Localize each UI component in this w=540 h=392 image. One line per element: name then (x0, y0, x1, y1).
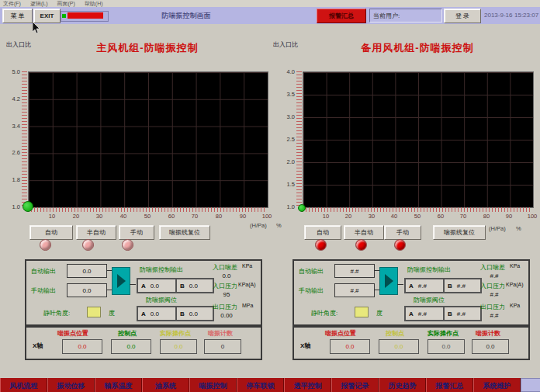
left-outlet-pressure-unit: MPa (242, 303, 253, 308)
left-operating-point-marker (22, 201, 33, 212)
nav-shaft-temperature[interactable]: 轴系温度 (95, 378, 142, 392)
left-trend-plot (28, 71, 268, 208)
right-y-tick: 1.5 (281, 181, 295, 188)
nav-stop-interlock[interactable]: 停车联锁 (237, 378, 284, 392)
right-x-tick: 20 (341, 213, 356, 220)
login-button[interactable]: 登 录 (444, 9, 481, 23)
connector-line (397, 284, 403, 285)
right-manual-output-label: 手动输出 (299, 286, 324, 295)
right-y-tick: 2.0 (281, 158, 295, 165)
left-semi-auto-button[interactable]: 半自动 (76, 225, 116, 240)
value-a: #.# (418, 283, 427, 290)
left-inlet-pressure-label: 入口压力 (213, 282, 237, 290)
left-control-point-header: 控制点 (118, 329, 137, 338)
right-x-tick: 100 (524, 213, 540, 220)
left-chart-title: 主风机组-防喘振控制 (47, 41, 248, 55)
left-antisurge-output-label: 防喘振控制输出 (140, 265, 183, 274)
menu-button[interactable]: 菜 单 (2, 9, 33, 23)
left-y-tick: 1.8 (6, 176, 20, 183)
alarm-summary-button[interactable]: 报警汇总 (317, 9, 366, 23)
left-x-tick: 40 (116, 213, 131, 220)
nav-history-trend[interactable]: 历史趋势 (379, 378, 426, 392)
right-semi-auto-indicator (355, 239, 367, 251)
nav-vibration-displacement[interactable]: 振动位移 (47, 378, 95, 392)
left-y-tick-ruler (22, 71, 27, 206)
left-manual-button[interactable]: 手动 (119, 225, 154, 240)
right-x-tick: 80 (479, 213, 494, 220)
connector-line (130, 284, 136, 285)
left-blade-angle-unit: 度 (109, 309, 115, 317)
left-surge-line-reset-button[interactable]: 喘振线复位 (159, 225, 210, 240)
left-y-tick: 4.2 (6, 95, 20, 102)
left-y-tick: 1.0 (6, 203, 20, 210)
right-inlet-diff-unit: KPa (510, 263, 520, 269)
nav-surge-control[interactable]: 喘振控制 (189, 378, 237, 392)
right-y-tick: 3.0 (281, 113, 295, 120)
value-a: #.# (418, 310, 427, 317)
nav-turbine-control[interactable]: 透平控制 (284, 378, 331, 392)
label-a: A (409, 310, 414, 317)
left-valve-a: A 0.0 (137, 306, 177, 321)
left-x-tick: 70 (187, 213, 202, 220)
right-x-unit: (H/Pa) (489, 225, 506, 232)
right-manual-button[interactable]: 手动 (384, 225, 421, 240)
right-outlet-pressure-label: 出口压力 (480, 303, 505, 311)
right-x-tick: 60 (433, 213, 448, 220)
right-manual-indicator (394, 239, 406, 251)
value-b: 0.0 (189, 310, 198, 317)
menu-bar: 文件(F) 逻辑(L) 画面(P) 帮助(H) (0, 0, 540, 7)
title-bar: 菜 单 EXIT 防喘振控制画面 报警汇总 当前用户: 登 录 2013-9-1… (0, 7, 540, 25)
bottom-nav-bar: 风机流程 振动位移 轴系温度 油系统 喘振控制 停车联锁 透平控制 报警记录 历… (0, 378, 540, 392)
alarm-banner-slot (61, 11, 109, 22)
selector-switch-icon (379, 267, 398, 295)
right-x-tick: 40 (386, 213, 402, 220)
left-operating-point-header: 实际操作点 (160, 329, 191, 338)
left-x-tick: 90 (235, 213, 251, 220)
right-inlet-pressure-unit: KPa(A) (506, 282, 524, 287)
right-inlet-pressure-label: 入口压力 (480, 282, 505, 290)
right-inlet-diff-label: 入口喘差 (480, 263, 505, 272)
right-y-tick: 4.0 (281, 68, 295, 75)
left-x-tick: 80 (211, 213, 227, 220)
label-b: B (448, 283, 452, 290)
left-y-axis-label: 出入口比 (6, 40, 31, 49)
left-outlet-pressure-label: 出口压力 (213, 303, 237, 311)
right-blade-angle-value (355, 307, 369, 317)
value-a: 0.0 (151, 310, 159, 317)
current-user-field[interactable]: 当前用户: (369, 9, 442, 23)
page-title: 防喘振控制画面 (116, 11, 256, 21)
left-inlet-diff-value: 0.0 (211, 272, 242, 279)
right-surge-line-reset-button[interactable]: 喘振线复位 (433, 225, 486, 240)
left-auto-button[interactable]: 自动 (29, 225, 73, 240)
right-y-tick: 3.5 (281, 91, 295, 98)
left-surge-count-header: 喘振计数 (208, 329, 233, 338)
mouse-cursor (33, 22, 41, 35)
right-auto-button[interactable]: 自动 (304, 225, 341, 240)
nav-alarm-summary[interactable]: 报警汇总 (426, 378, 473, 392)
left-auto-output-value: 0.0 (67, 264, 107, 278)
nav-oil-system[interactable]: 油系统 (142, 378, 189, 392)
left-x-tick: 30 (92, 213, 107, 220)
nav-fan-process[interactable]: 风机流程 (0, 378, 47, 392)
right-x-axis-row-label: X轴 (300, 342, 310, 350)
right-blade-angle-label: 静叶角度: (311, 309, 338, 317)
right-inlet-pressure-value: #.# (479, 291, 510, 298)
right-semi-auto-button[interactable]: 半自动 (344, 225, 384, 240)
label-a: A (141, 310, 146, 317)
left-inlet-diff-label: 入口喘差 (213, 263, 237, 272)
left-inlet-pressure-value: 95 (211, 291, 242, 298)
left-manual-output-value: 0.0 (67, 283, 107, 297)
right-operating-point-header: 实际操作点 (428, 329, 459, 338)
left-surge-point-value: 0.0 (62, 339, 102, 354)
label-b: B (180, 283, 185, 290)
right-y-tick-ruler (296, 71, 302, 206)
left-semi-auto-indicator (82, 239, 94, 251)
left-operating-point-value: 0.0 (160, 339, 197, 354)
value-a: 0.0 (151, 283, 159, 290)
right-operating-point-value: 0.0 (428, 339, 465, 354)
nav-alarm-record[interactable]: 报警记录 (331, 378, 379, 392)
right-x-tick: 90 (501, 213, 517, 220)
right-x-tick: 70 (455, 213, 471, 220)
right-antisurge-output-label: 防喘振控制输出 (407, 265, 451, 274)
nav-system-maintenance[interactable]: 系统维护 (473, 378, 521, 392)
